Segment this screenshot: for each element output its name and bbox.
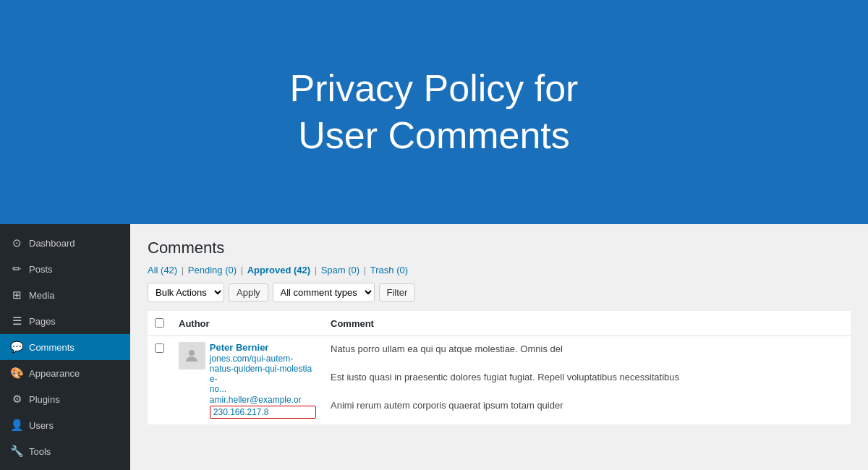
filter-all[interactable]: All (42) (148, 265, 177, 275)
avatar (179, 342, 205, 369)
select-all-checkbox[interactable] (155, 318, 164, 328)
row-checkbox-cell (148, 336, 171, 425)
main-content: Comments All (42) | Pending (0) | Approv… (130, 224, 868, 470)
plugins-icon: ⚙ (10, 393, 23, 406)
appearance-icon: 🎨 (10, 367, 23, 380)
comments-icon: 💬 (10, 341, 23, 354)
sidebar-label-comments: Comments (29, 342, 75, 353)
page-title: Comments (148, 239, 851, 257)
sidebar-item-tools[interactable]: 🔧 Tools (0, 438, 130, 464)
sidebar-item-dashboard[interactable]: ⊙ Dashboard (0, 230, 130, 256)
sidebar-label-tools: Tools (29, 446, 51, 457)
sidebar-label-plugins: Plugins (29, 394, 60, 405)
sidebar-item-comments[interactable]: 💬 Comments (0, 334, 130, 360)
hero-title: Privacy Policy for User Comments (290, 65, 579, 159)
th-author: Author (171, 311, 323, 336)
filter-spam[interactable]: Spam (0) (321, 265, 359, 275)
comment-cell: Natus porro ullam ea qui qu atque molest… (323, 336, 851, 425)
sidebar-item-plugins[interactable]: ⚙ Plugins (0, 386, 130, 412)
filter-button[interactable]: Filter (379, 283, 416, 302)
bulk-actions-dropdown[interactable]: Bulk Actions (148, 283, 224, 302)
comment-types-dropdown[interactable]: All comment types (273, 283, 375, 302)
apply-button[interactable]: Apply (229, 283, 268, 302)
sidebar-item-appearance[interactable]: 🎨 Appearance (0, 360, 130, 386)
author-link[interactable]: jones.com/qui-autem-natus-quidem-qui-mol… (210, 354, 316, 394)
th-comment: Comment (323, 311, 851, 336)
sidebar-label-media: Media (29, 290, 54, 301)
sidebar-item-posts[interactable]: ✏ Posts (0, 256, 130, 282)
media-icon: ⊞ (10, 289, 23, 302)
sidebar-label-appearance: Appearance (29, 368, 80, 379)
th-checkbox (148, 311, 171, 336)
sidebar-label-pages: Pages (29, 316, 56, 327)
sidebar: ⊙ Dashboard ✏ Posts ⊞ Media ☰ Pages 💬 Co… (0, 224, 130, 470)
bottom-section: ⊙ Dashboard ✏ Posts ⊞ Media ☰ Pages 💬 Co… (0, 224, 868, 470)
comments-table: Author Comment Peter (148, 311, 851, 425)
posts-icon: ✏ (10, 262, 23, 275)
filter-pending[interactable]: Pending (0) (188, 265, 237, 275)
pages-icon: ☰ (10, 315, 23, 328)
sidebar-item-pages[interactable]: ☰ Pages (0, 308, 130, 334)
sidebar-label-dashboard: Dashboard (29, 238, 75, 249)
table-row: Peter Bernier jones.com/qui-autem-natus-… (148, 336, 851, 425)
actions-bar: Bulk Actions Apply All comment types Fil… (148, 283, 851, 302)
filter-links: All (42) | Pending (0) | Approved (42) |… (148, 265, 851, 275)
author-cell: Peter Bernier jones.com/qui-autem-natus-… (171, 336, 323, 425)
row-checkbox[interactable] (155, 343, 164, 353)
sidebar-item-media[interactable]: ⊞ Media (0, 282, 130, 308)
svg-point-0 (189, 350, 195, 356)
users-icon: 👤 (10, 419, 23, 432)
tools-icon: 🔧 (10, 445, 23, 458)
hero-section: Privacy Policy for User Comments (0, 0, 868, 224)
filter-approved[interactable]: Approved (42) (247, 265, 310, 275)
sidebar-label-users: Users (29, 420, 54, 431)
author-name[interactable]: Peter Bernier (210, 342, 316, 353)
filter-trash[interactable]: Trash (0) (370, 265, 408, 275)
author-email[interactable]: amir.heller@example.or (210, 395, 316, 405)
dashboard-icon: ⊙ (10, 236, 23, 249)
author-ip[interactable]: 230.166.217.8 (210, 406, 316, 419)
sidebar-item-users[interactable]: 👤 Users (0, 412, 130, 438)
sidebar-label-posts: Posts (29, 264, 53, 275)
comment-text: Natus porro ullam ea qui qu atque molest… (331, 342, 843, 413)
